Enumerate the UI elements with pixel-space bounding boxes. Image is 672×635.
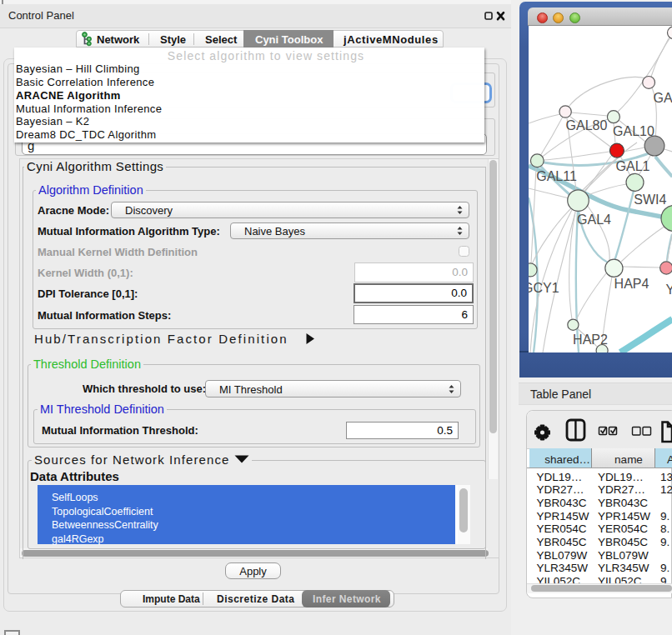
svg-text:HAP2: HAP2 [573, 332, 608, 347]
svg-text:GCY1: GCY1 [529, 281, 559, 295]
svg-text:HAP4: HAP4 [614, 277, 649, 291]
svg-text:GAL4: GAL4 [577, 212, 611, 227]
svg-text:YJ: YJ [665, 282, 672, 297]
svg-text:GAL11: GAL11 [536, 169, 577, 183]
svg-text:GAL7: GAL7 [653, 91, 672, 105]
svg-text:GAL80: GAL80 [565, 118, 607, 132]
svg-text:GAL10: GAL10 [613, 124, 654, 138]
svg-text:SWI4: SWI4 [634, 192, 666, 207]
svg-text:GAL1: GAL1 [615, 159, 649, 173]
